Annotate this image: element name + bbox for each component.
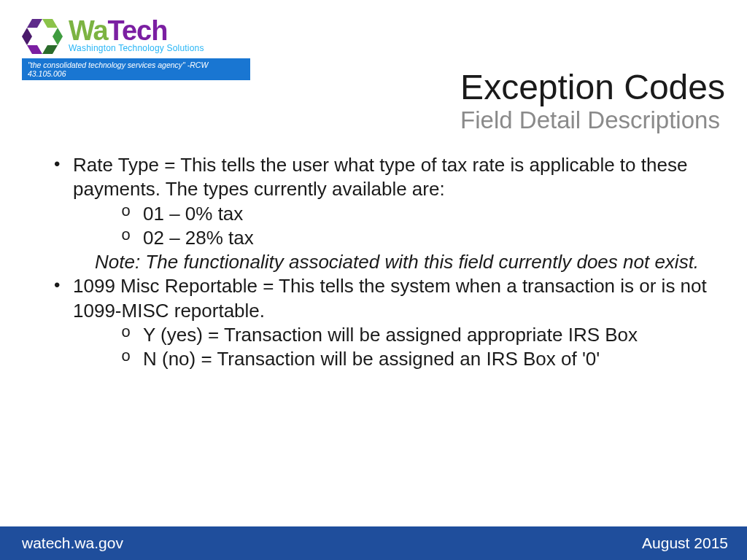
logo-brand-tech: Tech — [108, 15, 168, 46]
sub-bullet-n: N (no) = Transaction will be assigned an… — [121, 347, 718, 371]
slide-content: Rate Type = This tells the user what typ… — [51, 153, 718, 371]
sub-bullet-02: 02 – 28% tax — [121, 226, 718, 250]
logo-brand-wa: Wa — [69, 15, 108, 46]
note-text: Note: The functionality associated with … — [73, 250, 718, 274]
sub-bullet-01: 01 – 0% tax — [121, 202, 718, 226]
logo-banner: "the consolidated technology services ag… — [22, 58, 250, 80]
logo-row: WaTech Washington Technology Solutions — [22, 16, 266, 54]
footer-bar: watech.wa.gov August 2015 — [0, 526, 747, 560]
slide-subtitle: Field Detail Descriptions — [460, 107, 725, 133]
logo-tagline: Washington Technology Solutions — [69, 43, 204, 53]
bullet-misc: 1099 Misc Reportable = This tells the sy… — [51, 274, 718, 371]
bullet-rate-type-text: Rate Type = This tells the user what typ… — [73, 154, 687, 200]
svg-marker-0 — [27, 19, 42, 28]
logo-text: WaTech Washington Technology Solutions — [69, 17, 204, 53]
footer-date: August 2015 — [642, 534, 728, 552]
svg-marker-1 — [42, 19, 58, 28]
svg-marker-2 — [53, 28, 63, 45]
logo-brand: WaTech — [69, 17, 204, 44]
bullet-misc-text: 1099 Misc Reportable = This tells the sy… — [73, 275, 707, 321]
title-area: Exception Codes Field Detail Description… — [460, 69, 725, 134]
bullet-rate-type: Rate Type = This tells the user what typ… — [51, 153, 718, 274]
footer-url: watech.wa.gov — [22, 534, 123, 552]
logo-hexagon-icon — [22, 16, 63, 54]
sub-bullet-y: Y (yes) = Transaction will be assigned a… — [121, 323, 718, 347]
slide-title: Exception Codes — [460, 69, 725, 106]
svg-marker-3 — [42, 45, 58, 54]
svg-marker-4 — [27, 45, 42, 54]
svg-marker-5 — [22, 28, 32, 45]
logo-area: WaTech Washington Technology Solutions "… — [22, 16, 266, 80]
